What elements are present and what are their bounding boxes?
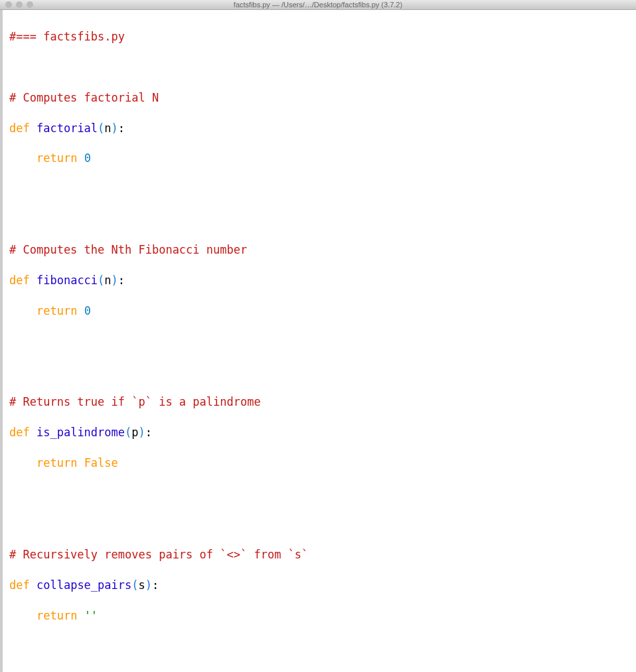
keyword: def: [9, 578, 30, 592]
indent: [9, 609, 37, 622]
space: [77, 151, 84, 165]
space: [30, 578, 37, 592]
bool: False: [84, 456, 118, 469]
code-line: # Computes factorial N: [9, 90, 635, 106]
code-line: [9, 181, 635, 197]
space: [77, 304, 84, 317]
string: '': [84, 609, 98, 622]
paren-open: (: [98, 122, 104, 135]
paren-open: (: [98, 274, 104, 287]
comment-text: # Recursively removes pairs of `<>` from…: [9, 548, 308, 561]
param: p: [131, 426, 138, 439]
func-name: factorial: [37, 122, 98, 135]
func-name: fibonacci: [37, 274, 98, 287]
keyword: return: [37, 609, 77, 622]
keyword: return: [37, 151, 77, 165]
paren-close: ): [112, 274, 118, 287]
indent: [9, 304, 37, 317]
keyword: def: [9, 274, 30, 287]
code-line: [9, 638, 635, 653]
space: [77, 609, 84, 622]
comment-text: #=== factsfibs.py: [9, 30, 125, 43]
code-line: # Recursively removes pairs of `<>` from…: [9, 547, 635, 562]
keyword: def: [9, 122, 30, 135]
colon: :: [152, 578, 159, 592]
paren-close: ): [139, 426, 145, 439]
code-line: return 0: [9, 151, 635, 166]
code-line: # Computes the Nth Fibonacci number: [9, 242, 635, 258]
code-line: [9, 60, 635, 75]
number: 0: [84, 151, 91, 165]
code-line: [9, 334, 635, 349]
code-line: def fibonacci(n):: [9, 273, 635, 288]
colon: :: [118, 122, 125, 135]
colon: :: [118, 274, 125, 287]
code-line: # Returns true if `p` is a palindrome: [9, 394, 635, 410]
code-line: def collapse_pairs(s):: [9, 578, 635, 593]
code-line: [9, 517, 635, 532]
func-name: is_palindrome: [37, 426, 125, 439]
comment-text: # Computes the Nth Fibonacci number: [9, 243, 247, 256]
code-line: #=== factsfibs.py: [9, 29, 635, 44]
code-line: [9, 669, 635, 672]
code-line: return 0: [9, 303, 635, 319]
window-title: factsfibs.py — /Users/…/Desktop/factsfib…: [234, 1, 402, 9]
code-editor[interactable]: #=== factsfibs.py # Computes factorial N…: [0, 10, 636, 672]
indent: [9, 456, 37, 469]
keyword: return: [37, 304, 77, 317]
keyword: def: [9, 426, 30, 439]
code-line: def is_palindrome(p):: [9, 425, 635, 440]
space: [30, 122, 37, 135]
space: [30, 426, 37, 439]
space: [77, 456, 84, 469]
keyword: return: [37, 456, 77, 469]
minimize-icon[interactable]: [16, 1, 23, 8]
func-name: collapse_pairs: [37, 578, 131, 592]
code-line: [9, 486, 635, 501]
indent: [9, 151, 37, 165]
zoom-icon[interactable]: [27, 1, 33, 8]
paren-open: (: [125, 426, 131, 439]
comment-text: # Returns true if `p` is a palindrome: [9, 395, 261, 408]
number: 0: [84, 304, 91, 317]
comment-text: # Computes factorial N: [9, 91, 159, 104]
code-line: return '': [9, 608, 635, 624]
param: s: [139, 578, 145, 592]
colon: :: [145, 426, 152, 439]
close-icon[interactable]: [5, 1, 12, 8]
code-line: [9, 365, 635, 380]
paren-close: ): [145, 578, 152, 592]
param: n: [104, 122, 111, 135]
code-line: return False: [9, 456, 635, 471]
code-line: def factorial(n):: [9, 121, 635, 136]
paren-close: ): [112, 122, 118, 135]
param: n: [104, 274, 111, 287]
window-titlebar: factsfibs.py — /Users/…/Desktop/factsfib…: [0, 0, 636, 10]
space: [30, 274, 37, 287]
paren-open: (: [131, 578, 138, 592]
code-line: [9, 212, 635, 227]
